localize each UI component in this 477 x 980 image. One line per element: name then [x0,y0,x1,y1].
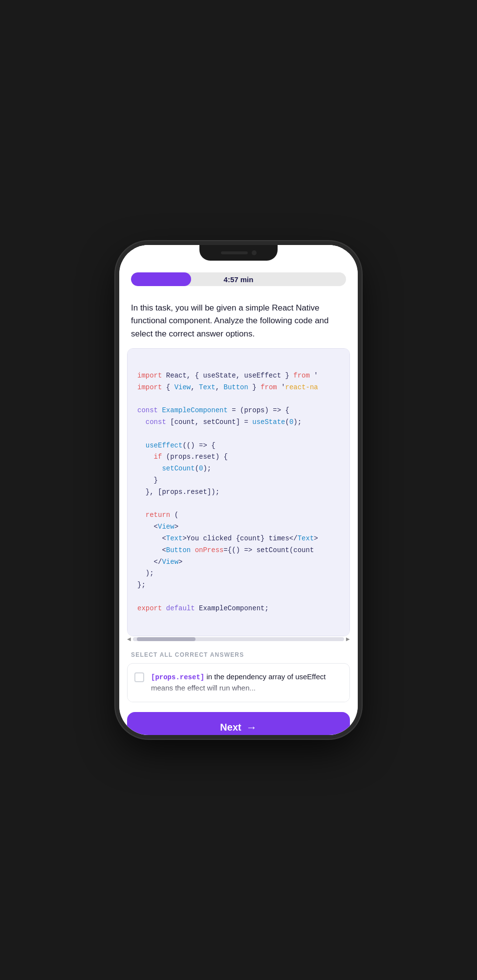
next-button-arrow: → [246,721,257,734]
answer-code-inline-1: [props.reset] [151,673,204,681]
scrollbar-right-arrow[interactable]: ▶ [346,636,350,642]
notch-speaker [221,251,248,254]
progress-time: 4:57 min [131,275,346,284]
screen: 4:57 min In this task, you will be given… [119,245,358,735]
answer-checkbox-1[interactable] [134,672,144,682]
progress-section: 4:57 min [119,267,358,290]
section-label: SELECT ALL CORRECT ANSWERS [119,642,358,663]
task-description: In this task, you will be given a simple… [119,290,358,348]
code-block: import React, { useState, useEffect } fr… [128,349,350,636]
scrollbar-thumb [137,637,195,641]
answer-option-1[interactable]: [props.reset] in the dependency array of… [127,663,350,702]
scrollbar-track[interactable] [133,637,344,641]
phone-frame: 4:57 min In this task, you will be given… [119,245,358,735]
progress-bar-container: 4:57 min [131,272,346,286]
scrollbar-left-arrow[interactable]: ◀ [127,636,131,642]
code-block-wrapper[interactable]: import React, { useState, useEffect } fr… [127,348,350,636]
next-button-label: Next [220,722,241,733]
content-scroll: 4:57 min In this task, you will be given… [119,267,358,735]
notch-camera [252,250,257,255]
next-button[interactable]: Next → [127,712,350,735]
phone-notch [199,245,278,261]
scrollbar-row: ◀ ▶ [119,636,358,642]
